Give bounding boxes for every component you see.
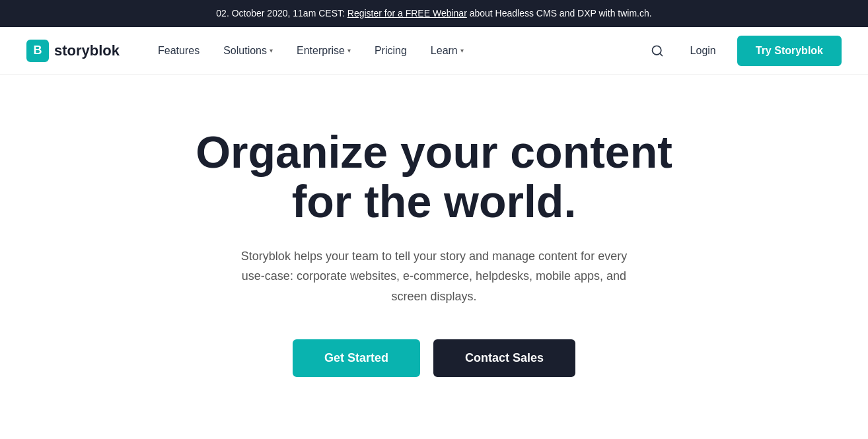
hero-subtitle: Storyblok helps your team to tell your s… xyxy=(229,246,639,307)
hero-title: Organize your content for the world. xyxy=(196,127,672,226)
enterprise-chevron-icon: ▾ xyxy=(347,47,351,54)
hero-section: Organize your content for the world. Sto… xyxy=(0,75,868,417)
announcement-text-after: about Headless CMS and DXP with twim.ch. xyxy=(467,8,652,18)
nav-item-pricing[interactable]: Pricing xyxy=(363,27,419,75)
login-button[interactable]: Login xyxy=(682,40,724,62)
contact-sales-button[interactable]: Contact Sales xyxy=(433,339,575,377)
search-button[interactable] xyxy=(645,39,669,63)
try-storyblok-button[interactable]: Try Storyblok xyxy=(737,36,842,66)
nav-item-learn[interactable]: Learn ▾ xyxy=(419,27,476,75)
svg-line-1 xyxy=(659,53,662,55)
nav-item-features[interactable]: Features xyxy=(146,27,211,75)
nav-actions: Login Try Storyblok xyxy=(645,36,842,66)
logo-text: storyblok xyxy=(54,42,120,59)
announcement-bar: 02. October 2020, 11am CEST: Register fo… xyxy=(0,0,868,27)
logo[interactable]: B storyblok xyxy=(26,40,120,62)
announcement-link[interactable]: Register for a FREE Webinar xyxy=(347,8,467,18)
search-icon xyxy=(651,44,664,57)
hero-buttons: Get Started Contact Sales xyxy=(293,339,575,377)
announcement-text-before: 02. October 2020, 11am CEST: xyxy=(216,8,347,18)
nav-item-solutions[interactable]: Solutions ▾ xyxy=(211,27,285,75)
get-started-button[interactable]: Get Started xyxy=(293,339,420,377)
learn-chevron-icon: ▾ xyxy=(460,47,464,54)
solutions-chevron-icon: ▾ xyxy=(270,47,273,54)
nav-item-enterprise[interactable]: Enterprise ▾ xyxy=(285,27,363,75)
navbar: B storyblok Features Solutions ▾ Enterpr… xyxy=(0,27,868,75)
logo-icon: B xyxy=(26,40,49,62)
nav-links: Features Solutions ▾ Enterprise ▾ Pricin… xyxy=(146,27,645,75)
